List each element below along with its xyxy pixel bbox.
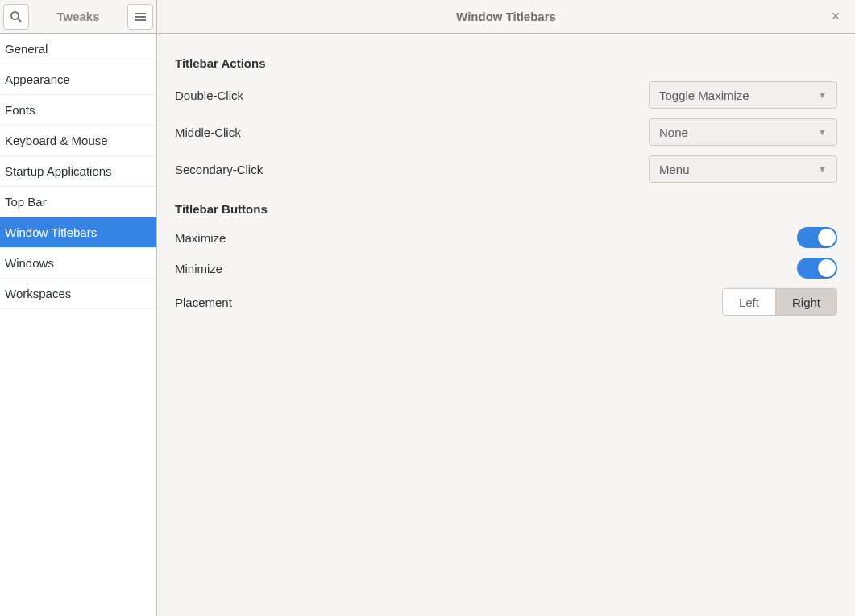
placement-left-button[interactable]: Left — [723, 289, 775, 315]
dropdown-value: None — [659, 126, 818, 139]
row-label: Middle-Click — [175, 126, 241, 139]
app-title: Tweaks — [29, 10, 127, 23]
sidebar-item-label: General — [5, 42, 48, 56]
close-icon: × — [832, 8, 840, 24]
dropdown-value: Toggle Maximize — [659, 89, 818, 102]
sidebar-item-label: Appearance — [5, 72, 70, 86]
row-label: Secondary-Click — [175, 163, 263, 176]
header-bar: Tweaks Window Titlebars × — [0, 0, 855, 34]
header-left: Tweaks — [0, 0, 157, 33]
placement-segmented: Left Right — [722, 288, 837, 316]
row-label: Placement — [175, 296, 232, 309]
close-button[interactable]: × — [826, 7, 845, 27]
row-minimize: Minimize — [175, 253, 837, 283]
row-label: Double-Click — [175, 89, 243, 102]
header-right: Window Titlebars × — [157, 0, 855, 33]
search-button[interactable] — [3, 4, 29, 30]
sidebar-item-window-titlebars[interactable]: Window Titlebars — [0, 217, 156, 248]
sidebar-item-label: Top Bar — [5, 195, 47, 209]
hamburger-icon — [135, 11, 146, 23]
section-title: Titlebar Buttons — [175, 202, 837, 216]
sidebar-item-label: Fonts — [5, 103, 35, 117]
sidebar-item-general[interactable]: General — [0, 34, 156, 64]
switch-knob — [818, 229, 836, 246]
row-label: Minimize — [175, 262, 222, 275]
svg-rect-3 — [135, 16, 146, 18]
sidebar-item-label: Keyboard & Mouse — [5, 134, 108, 147]
placement-right-button[interactable]: Right — [775, 289, 836, 315]
search-icon — [10, 10, 23, 23]
middle-click-dropdown[interactable]: None ▼ — [649, 118, 837, 146]
switch-knob — [818, 259, 836, 277]
sidebar-item-fonts[interactable]: Fonts — [0, 95, 156, 126]
sidebar-item-startup-applications[interactable]: Startup Applications — [0, 156, 156, 187]
sidebar-item-keyboard-mouse[interactable]: Keyboard & Mouse — [0, 126, 156, 156]
secondary-click-dropdown[interactable]: Menu ▼ — [649, 155, 837, 183]
section-titlebar-buttons: Titlebar Buttons Maximize Minimize Place… — [175, 202, 837, 320]
row-secondary-click: Secondary-Click Menu ▼ — [175, 151, 837, 188]
sidebar-item-label: Window Titlebars — [5, 225, 97, 239]
svg-rect-2 — [135, 13, 146, 14]
page-title: Window Titlebars — [456, 10, 556, 23]
svg-rect-4 — [135, 19, 146, 21]
chevron-down-icon: ▼ — [818, 90, 827, 100]
sidebar-item-top-bar[interactable]: Top Bar — [0, 187, 156, 217]
dropdown-value: Menu — [659, 163, 818, 176]
sidebar-item-workspaces[interactable]: Workspaces — [0, 279, 156, 309]
sidebar-item-windows[interactable]: Windows — [0, 248, 156, 279]
row-middle-click: Middle-Click None ▼ — [175, 114, 837, 151]
svg-line-1 — [18, 19, 21, 22]
menu-button[interactable] — [127, 4, 153, 30]
seg-label: Right — [792, 296, 820, 309]
svg-point-0 — [11, 12, 19, 19]
chevron-down-icon: ▼ — [818, 164, 827, 174]
body: General Appearance Fonts Keyboard & Mous… — [0, 34, 855, 616]
maximize-switch[interactable] — [797, 227, 837, 248]
row-maximize: Maximize — [175, 222, 837, 253]
sidebar-item-label: Workspaces — [5, 287, 71, 300]
row-label: Maximize — [175, 231, 226, 245]
row-placement: Placement Left Right — [175, 283, 837, 320]
minimize-switch[interactable] — [797, 258, 837, 279]
seg-label: Left — [739, 296, 759, 309]
chevron-down-icon: ▼ — [818, 127, 827, 137]
section-titlebar-actions: Titlebar Actions Double-Click Toggle Max… — [175, 56, 837, 188]
sidebar-item-label: Windows — [5, 256, 54, 270]
double-click-dropdown[interactable]: Toggle Maximize ▼ — [649, 81, 837, 109]
sidebar-item-appearance[interactable]: Appearance — [0, 64, 156, 95]
sidebar: General Appearance Fonts Keyboard & Mous… — [0, 34, 157, 616]
row-double-click: Double-Click Toggle Maximize ▼ — [175, 76, 837, 114]
section-title: Titlebar Actions — [175, 56, 837, 70]
content: Titlebar Actions Double-Click Toggle Max… — [157, 34, 855, 616]
sidebar-item-label: Startup Applications — [5, 164, 112, 178]
app-window: Tweaks Window Titlebars × General Appear… — [0, 0, 855, 616]
